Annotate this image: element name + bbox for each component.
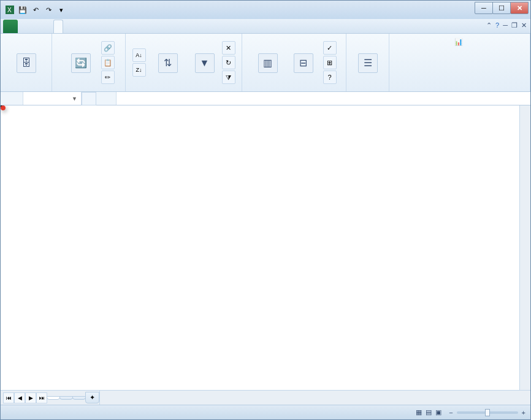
tab-abbyy[interactable] [106, 20, 115, 33]
tab-review[interactable] [63, 20, 72, 33]
tab-formulas[interactable] [45, 20, 53, 33]
excel-window: X 💾 ↶ ↷ ▾ ─ ☐ ✕ ⌃ ? ─ ❐ ✕ [0, 0, 531, 420]
tab-data[interactable] [53, 20, 63, 33]
qat-dropdown-icon[interactable]: ▾ [56, 4, 67, 15]
cancel-formula-icon[interactable] [82, 92, 96, 105]
tab-foxit[interactable] [97, 20, 106, 33]
formula-bar[interactable] [116, 92, 530, 105]
name-box[interactable]: ▼ [23, 92, 82, 105]
tab-nav-prev-icon[interactable]: ◀ [14, 392, 25, 403]
sheet-tab-2[interactable] [59, 396, 73, 400]
file-tab[interactable] [3, 20, 18, 33]
tab-home[interactable] [19, 20, 28, 33]
view-break-icon[interactable]: ▣ [435, 408, 441, 416]
tab-view[interactable] [72, 20, 80, 33]
sort-button[interactable]: ⇅ [148, 52, 188, 74]
outline-icon: ☰ [358, 53, 378, 73]
sort-desc-icon[interactable]: Z↓ [132, 63, 146, 77]
validation-icon[interactable]: ✓ [323, 41, 337, 55]
red-highlight-box [1, 105, 6, 110]
whatif-icon[interactable]: ? [323, 71, 337, 84]
excel-icon: X [4, 4, 15, 15]
remove-dup-icon: ⊟ [294, 53, 313, 73]
active-cell-outline [1, 105, 3, 108]
text-to-columns-button[interactable]: ▥ [252, 52, 284, 74]
minimize-button[interactable]: ─ [475, 2, 493, 14]
redo-icon[interactable]: ↷ [43, 4, 54, 15]
doc-minimize-icon[interactable]: ─ [503, 21, 508, 29]
undo-icon[interactable]: ↶ [30, 4, 41, 15]
properties-icon[interactable]: 📋 [101, 56, 115, 69]
tab-nav-next-icon[interactable]: ▶ [25, 392, 36, 403]
analysis-icon: 📊 [454, 38, 463, 46]
tab-layout[interactable] [36, 20, 45, 33]
help-icon[interactable]: ? [495, 21, 499, 29]
sheet-area: ⏮ ◀ ▶ ⏭ ✦ [1, 105, 530, 405]
sort-icon: ⇅ [158, 53, 178, 73]
edit-links-icon[interactable]: ✏ [101, 71, 115, 84]
horizontal-scrollbar[interactable] [99, 391, 530, 405]
data-analysis-button[interactable]: 📊 [454, 38, 465, 46]
new-sheet-icon[interactable]: ✦ [85, 392, 99, 403]
remove-duplicates-button[interactable]: ⊟ [286, 52, 321, 74]
svg-text:X: X [7, 7, 12, 13]
connections-icon[interactable]: 🔗 [101, 41, 115, 55]
tab-insert[interactable] [28, 20, 36, 33]
save-icon[interactable]: 💾 [17, 4, 28, 15]
view-layout-icon[interactable]: ▤ [426, 408, 432, 416]
chevron-down-icon[interactable]: ▼ [72, 96, 77, 102]
filter-icon: ▼ [195, 53, 215, 73]
clear-filter-icon[interactable]: ✕ [222, 41, 235, 55]
status-bar: ▦ ▤ ▣ − + [1, 405, 530, 419]
ribbon-minimize-icon[interactable]: ⌃ [486, 21, 492, 29]
view-normal-icon[interactable]: ▦ [416, 408, 422, 416]
ribbon: 🗄 🔄 🔗📋✏ A↓Z↓ ⇅ ▼ ✕↻⧩ ▥ ⊟ ✓⊞? [1, 34, 530, 92]
tab-nav-first-icon[interactable]: ⏮ [3, 392, 14, 403]
consolidate-icon[interactable]: ⊞ [323, 56, 337, 69]
fx-label[interactable] [111, 92, 116, 105]
doc-close-icon[interactable]: ✕ [521, 21, 527, 29]
close-button[interactable]: ✕ [510, 2, 529, 14]
sheet-tab-3[interactable] [72, 396, 86, 400]
sort-asc-icon[interactable]: A↓ [132, 48, 146, 62]
formula-bar-row: ▼ [1, 92, 530, 105]
doc-restore-icon[interactable]: ❐ [511, 21, 518, 29]
outline-button[interactable]: ☰ [350, 52, 386, 74]
zoom-slider[interactable] [457, 411, 518, 414]
refresh-icon: 🔄 [71, 53, 91, 73]
ribbon-tabs: ⌃ ? ─ ❐ ✕ [1, 19, 530, 34]
tab-addins[interactable] [89, 20, 97, 33]
zoom-out-icon[interactable]: − [449, 409, 453, 416]
filter-button[interactable]: ▼ [190, 52, 220, 74]
database-icon: 🗄 [17, 53, 36, 73]
vertical-scrollbar[interactable] [519, 105, 530, 390]
advanced-filter-icon[interactable]: ⧩ [222, 71, 235, 84]
quick-access-toolbar: X 💾 ↶ ↷ ▾ [1, 4, 67, 15]
maximize-button[interactable]: ☐ [492, 2, 511, 14]
get-external-data-button[interactable]: 🗄 [9, 52, 44, 74]
tab-developer[interactable] [80, 20, 89, 33]
titlebar: X 💾 ↶ ↷ ▾ ─ ☐ ✕ [1, 1, 530, 19]
refresh-all-button[interactable]: 🔄 [63, 52, 99, 74]
sheet-tab-1[interactable] [47, 396, 60, 400]
zoom-in-icon[interactable]: + [522, 409, 525, 416]
reapply-icon[interactable]: ↻ [222, 56, 235, 69]
tab-nav-last-icon[interactable]: ⏭ [36, 392, 47, 403]
text-columns-icon: ▥ [258, 53, 278, 73]
